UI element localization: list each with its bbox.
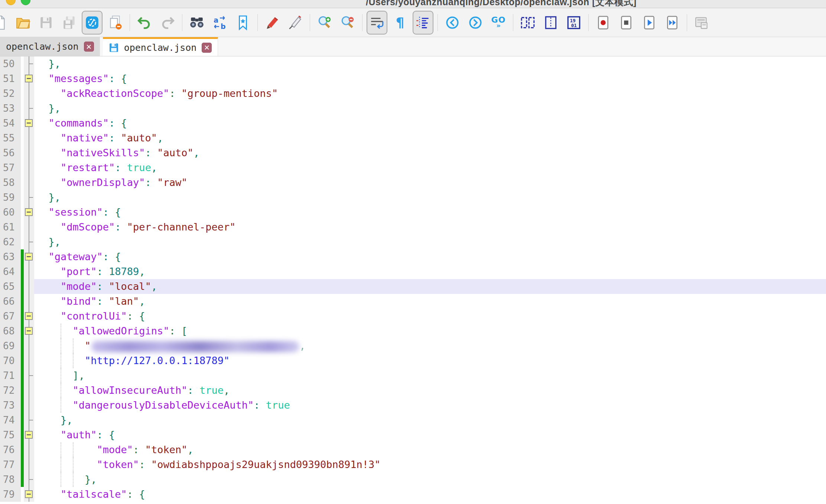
highlight-marker-button[interactable]: [262, 11, 283, 35]
save-button[interactable]: [36, 11, 56, 35]
fold-collapse-box[interactable]: [24, 205, 34, 220]
fold-collapse-box[interactable]: [24, 487, 34, 502]
line-number[interactable]: 57: [0, 160, 21, 175]
line-number[interactable]: 55: [0, 131, 21, 145]
code-line-55[interactable]: 55 "native": "auto",: [0, 131, 826, 145]
line-number[interactable]: 51: [0, 71, 21, 86]
code-line-53[interactable]: 53 },: [0, 101, 826, 116]
redo-button[interactable]: [157, 11, 178, 35]
line-number[interactable]: 66: [0, 294, 21, 309]
line-number[interactable]: 72: [0, 383, 21, 398]
code-line-58[interactable]: 58 "ownerDisplay": "raw": [0, 175, 826, 190]
new-file-button[interactable]: [0, 11, 10, 35]
code-text[interactable]: "allowInsecureAuth": true,: [34, 383, 826, 398]
code-text[interactable]: "native": "auto",: [34, 131, 826, 145]
macro-stop-button[interactable]: [616, 11, 637, 35]
code-text[interactable]: },: [34, 101, 826, 116]
show-symbols-button[interactable]: ¶: [390, 11, 410, 35]
code-line-77[interactable]: 77 "token": "owdiabshppoajs29uakjsnd0939…: [0, 457, 826, 472]
line-number[interactable]: 73: [0, 398, 21, 413]
open-file-button[interactable]: [13, 11, 33, 35]
split-view-button[interactable]: [540, 11, 561, 35]
code-line-74[interactable]: 74 },: [0, 413, 826, 428]
find-button[interactable]: [186, 11, 207, 35]
code-text[interactable]: "nativeSkills": "auto",: [34, 145, 826, 160]
zoom-out-button[interactable]: [337, 11, 358, 35]
line-number[interactable]: 50: [0, 56, 21, 71]
macro-play-button[interactable]: [639, 11, 660, 35]
close-document-button[interactable]: [82, 11, 103, 35]
code-line-59[interactable]: 59 },: [0, 190, 826, 205]
code-line-72[interactable]: 72 "allowInsecureAuth": true,: [0, 383, 826, 398]
code-text[interactable]: "ackReactionScope": "group-mentions": [34, 86, 826, 101]
code-line-70[interactable]: 70 "http://127.0.0.1:18789": [0, 353, 826, 368]
code-line-76[interactable]: 76 "mode": "token",: [0, 442, 826, 457]
code-text[interactable]: ],: [34, 368, 826, 383]
code-text[interactable]: "gateway": {: [34, 249, 826, 264]
code-text[interactable]: "restart": true,: [34, 160, 826, 175]
line-number[interactable]: 58: [0, 175, 21, 190]
zoom-window-button[interactable]: [21, 0, 30, 5]
tab-openclaw-json-2[interactable]: openclaw.json ✕: [103, 37, 218, 56]
replace-button[interactable]: ab: [209, 11, 230, 35]
result-panel-button[interactable]: [691, 11, 712, 35]
code-line-71[interactable]: 71 ],: [0, 368, 826, 383]
code-line-52[interactable]: 52 "ackReactionScope": "group-mentions": [0, 86, 826, 101]
code-line-69[interactable]: 69 ",: [0, 338, 826, 353]
code-line-78[interactable]: 78 },: [0, 472, 826, 487]
code-text[interactable]: "port": 18789,: [34, 264, 826, 279]
line-number[interactable]: 69: [0, 338, 21, 353]
close-all-button[interactable]: [105, 11, 126, 35]
line-number[interactable]: 70: [0, 353, 21, 368]
line-number[interactable]: 64: [0, 264, 21, 279]
code-text[interactable]: "bind": "lan",: [34, 294, 826, 309]
code-text[interactable]: "dangerouslyDisableDeviceAuth": true: [34, 398, 826, 413]
save-all-button[interactable]: [59, 11, 79, 35]
code-line-64[interactable]: 64 "port": 18789,: [0, 264, 826, 279]
clear-marks-button[interactable]: [285, 11, 306, 35]
code-line-61[interactable]: 61 "dmScope": "per-channel-peer": [0, 220, 826, 235]
line-number[interactable]: 71: [0, 368, 21, 383]
code-text[interactable]: "token": "owdiabshppoajs29uakjsnd09390bn…: [34, 457, 826, 472]
code-line-68[interactable]: 68 "allowedOrigins": [: [0, 324, 826, 338]
line-number[interactable]: 61: [0, 220, 21, 235]
close-icon[interactable]: ✕: [84, 42, 94, 52]
line-number[interactable]: 79: [0, 487, 21, 502]
code-line-73[interactable]: 73 "dangerouslyDisableDeviceAuth": true: [0, 398, 826, 413]
code-line-50[interactable]: 50 },: [0, 56, 826, 71]
zoom-in-button[interactable]: [314, 11, 335, 35]
code-text[interactable]: "dmScope": "per-channel-peer": [34, 220, 826, 235]
word-wrap-button[interactable]: [367, 11, 387, 35]
fold-collapse-box[interactable]: [24, 71, 34, 86]
code-text[interactable]: },: [34, 413, 826, 428]
line-number[interactable]: 62: [0, 235, 21, 249]
line-number[interactable]: 59: [0, 190, 21, 205]
code-line-51[interactable]: 51 "messages": {: [0, 71, 826, 86]
minimize-button[interactable]: [6, 0, 16, 5]
code-line-62[interactable]: 62 },: [0, 235, 826, 249]
code-text[interactable]: },: [34, 472, 826, 487]
code-editor[interactable]: 50 },51 "messages": {52 "ackReactionScop…: [0, 56, 826, 502]
code-text[interactable]: "session": {: [34, 205, 826, 220]
line-number[interactable]: 77: [0, 457, 21, 472]
code-text[interactable]: "messages": {: [34, 71, 826, 86]
code-text[interactable]: "http://127.0.0.1:18789": [34, 353, 826, 368]
indent-guides-button[interactable]: [413, 11, 433, 35]
line-number[interactable]: 54: [0, 116, 21, 131]
fold-collapse-box[interactable]: [24, 249, 34, 264]
code-line-66[interactable]: 66 "bind": "lan",: [0, 294, 826, 309]
code-line-63[interactable]: 63 "gateway": {: [0, 249, 826, 264]
bookmark-button[interactable]: [232, 11, 253, 35]
code-text[interactable]: "tailscale": {: [34, 487, 826, 502]
fold-collapse-box[interactable]: [24, 324, 34, 338]
line-number[interactable]: 56: [0, 145, 21, 160]
macro-record-button[interactable]: [593, 11, 614, 35]
line-number[interactable]: 60: [0, 205, 21, 220]
code-text[interactable]: "auth": {: [34, 428, 826, 442]
code-text[interactable]: "allowedOrigins": [: [34, 324, 826, 338]
fold-collapse-box[interactable]: [24, 116, 34, 131]
code-text[interactable]: },: [34, 56, 826, 71]
macro-play-multi-button[interactable]: [662, 11, 683, 35]
code-text[interactable]: "mode": "token",: [34, 442, 826, 457]
code-text[interactable]: "ownerDisplay": "raw": [34, 175, 826, 190]
